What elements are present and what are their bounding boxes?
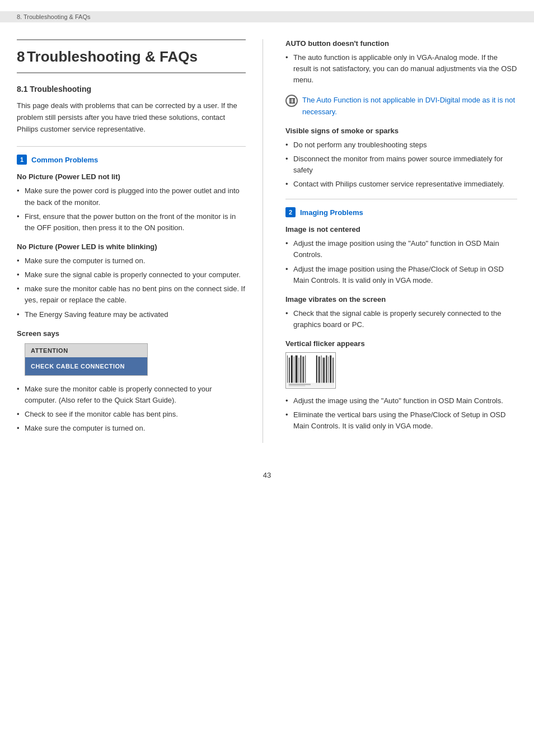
bullets-image-not-centered: Adjust the image position using the "Aut… <box>285 238 517 286</box>
bullets-image-vibrates: Check that the signal cable is properly … <box>285 308 517 330</box>
list-item: Adjust the image position using the "Aut… <box>285 238 517 260</box>
list-item: Check to see if the monitor cable has be… <box>17 409 246 420</box>
svg-rect-9 <box>305 356 306 387</box>
svg-rect-10 <box>316 356 317 387</box>
bullets-screen-says: Make sure the monitor cable is properly … <box>17 384 246 435</box>
content-area: 8 Troubleshooting & FAQs 8.1 Troubleshoo… <box>0 22 534 454</box>
list-item: Make sure the power cord is plugged into… <box>17 185 246 208</box>
svg-rect-11 <box>318 357 320 385</box>
list-item: Make sure the signal cable is properly c… <box>17 269 246 281</box>
imaging-problems-label: Imaging Problems <box>300 208 363 217</box>
bullets-vertical-flicker: Adjust the image using the "Auto" functi… <box>285 395 517 432</box>
svg-rect-18 <box>287 383 334 388</box>
subheading-image-vibrates: Image vibrates on the screen <box>285 295 517 304</box>
list-item: Adjust the image position using the Phas… <box>285 264 517 286</box>
bullets-no-picture-led-not-lit: Make sure the power cord is plugged into… <box>17 185 246 234</box>
subheading-vertical-flicker: Vertical flicker appears <box>285 339 517 348</box>
svg-rect-1 <box>287 356 288 387</box>
section-81-heading: 8.1 Troubleshooting <box>17 85 246 94</box>
list-item: Make sure the monitor cable is properly … <box>17 384 246 406</box>
list-item: First, ensure that the power button on t… <box>17 211 246 234</box>
svg-rect-14 <box>326 356 327 387</box>
note-text: The Auto Function is not applicable in D… <box>302 95 517 117</box>
common-problems-badge: 1 <box>17 155 27 165</box>
subheading-visible-signs: Visible signs of smoke or sparks <box>285 127 517 135</box>
breadcrumb: 8. Troubleshooting & FAQs <box>0 11 534 22</box>
svg-rect-7 <box>300 356 301 387</box>
list-item: The auto function is applicable only in … <box>285 52 517 86</box>
divider-1 <box>17 146 246 147</box>
screen-says-box: ATTENTION CHECK CABLE CONNECTION <box>25 343 148 376</box>
common-problems-label: Common Problems <box>31 156 98 164</box>
imaging-problems-badge: 2 <box>285 207 296 217</box>
svg-rect-19 <box>289 384 311 385</box>
note-box: ⚅ The Auto Function is not applicable in… <box>285 95 517 117</box>
list-item: Make sure the computer is turned on. <box>17 423 246 434</box>
note-icon: ⚅ <box>285 95 298 107</box>
svg-rect-3 <box>291 356 293 387</box>
svg-rect-4 <box>294 357 294 386</box>
chapter-title: Troubleshooting & FAQs <box>27 48 198 65</box>
right-column: AUTO button doesn't function The auto fu… <box>263 39 517 443</box>
svg-rect-5 <box>296 356 298 387</box>
list-item: Check that the signal cable is properly … <box>285 308 517 330</box>
list-item: Disconnect the monitor from mains power … <box>285 153 517 176</box>
subheading-image-not-centered: Image is not centered <box>285 225 517 234</box>
flicker-svg <box>286 353 335 389</box>
bullets-visible-signs: Do not perform any troubleshooting steps… <box>285 139 517 190</box>
svg-rect-17 <box>332 358 334 384</box>
list-item: The Energy Saving feature may be activat… <box>17 309 246 320</box>
svg-rect-15 <box>328 357 329 385</box>
list-item: Adjust the image using the "Auto" functi… <box>285 395 517 407</box>
vertical-flicker-image <box>285 352 336 389</box>
svg-rect-6 <box>298 358 299 384</box>
list-item: make sure the monitor cable has no bent … <box>17 283 246 306</box>
subheading-auto-button: AUTO button doesn't function <box>285 39 517 48</box>
intro-text: This page deals with problems that can b… <box>17 100 246 135</box>
screen-message-text: CHECK CABLE CONNECTION <box>25 357 147 375</box>
chapter-number: 8 <box>17 48 25 65</box>
bullets-no-picture-led-blinking: Make sure the computer is turned on. Mak… <box>17 255 246 320</box>
list-item: Eliminate the vertical bars using the Ph… <box>285 409 517 432</box>
subheading-no-picture-led-blinking: No Picture (Power LED is white blinking) <box>17 242 246 251</box>
list-item: Make sure the computer is turned on. <box>17 255 246 267</box>
svg-rect-13 <box>323 358 325 384</box>
list-item: Contact with Philips customer service re… <box>285 179 517 190</box>
common-problems-section: 1 Common Problems <box>17 155 246 165</box>
subheading-screen-says: Screen says <box>17 329 246 338</box>
bullets-auto-button: The auto function is applicable only in … <box>285 52 517 86</box>
screen-attention-text: ATTENTION <box>25 344 147 357</box>
left-column: 8 Troubleshooting & FAQs 8.1 Troubleshoo… <box>17 39 263 443</box>
svg-rect-8 <box>302 357 304 385</box>
chapter-title-area: 8 Troubleshooting & FAQs <box>17 39 246 73</box>
page-container: 8. Troubleshooting & FAQs 8 Troubleshoot… <box>0 0 534 756</box>
list-item: Do not perform any troubleshooting steps <box>285 139 517 151</box>
imaging-problems-section: 2 Imaging Problems <box>285 207 517 217</box>
svg-rect-16 <box>330 356 331 387</box>
svg-rect-12 <box>321 356 322 387</box>
svg-rect-20 <box>289 386 305 386</box>
svg-rect-2 <box>289 358 290 385</box>
page-number: 43 <box>0 471 534 479</box>
divider-2 <box>285 199 517 199</box>
subheading-no-picture-led-not-lit: No Picture (Power LED not lit) <box>17 172 246 181</box>
